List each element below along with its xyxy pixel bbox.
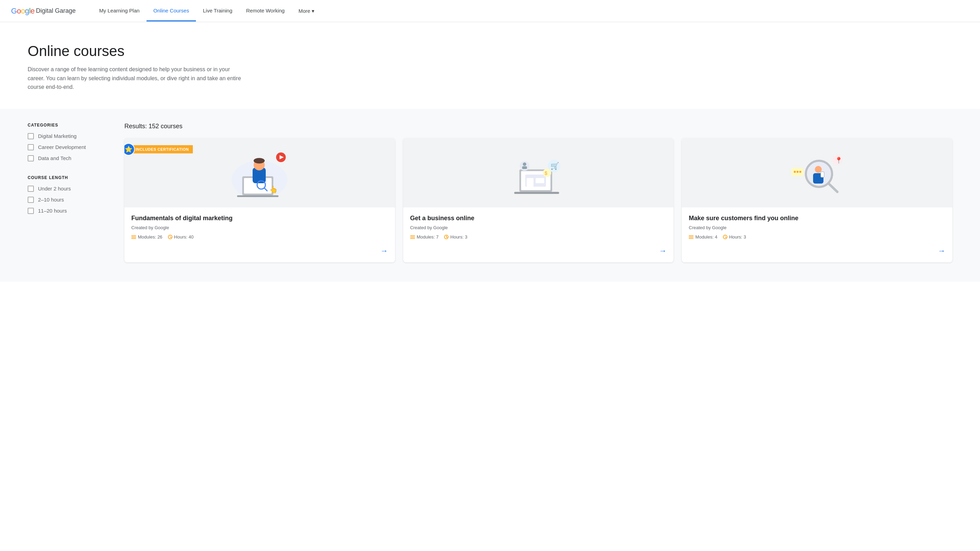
logo-link[interactable]: Google Digital Garage: [11, 6, 76, 16]
clock-icon-1: [444, 235, 449, 239]
course-card-2[interactable]: 📍 Make sure customers find you online Cr…: [682, 138, 952, 262]
svg-rect-3: [237, 195, 278, 197]
hours-label-0: Hours: 40: [174, 234, 194, 240]
nav-link-live-training[interactable]: Live Training: [196, 1, 239, 21]
results-count: Results: 152 courses: [124, 123, 952, 130]
svg-rect-15: [514, 192, 559, 194]
nav-item-my-learning-plan[interactable]: My Learning Plan: [92, 1, 146, 21]
filter-digital-marketing[interactable]: Digital Marketing: [28, 133, 103, 139]
nav-item-remote-working[interactable]: Remote Working: [239, 1, 291, 21]
hours-label-2: Hours: 3: [729, 234, 746, 240]
course-card-0[interactable]: ⭐ INCLUDES CERTIFICATION: [124, 138, 395, 262]
svg-point-37: [797, 171, 799, 173]
card-creator-0: Created by Google: [131, 225, 388, 230]
svg-rect-32: [821, 172, 824, 177]
svg-text:$: $: [545, 170, 547, 176]
card-meta-1: Modules: 7 Hours: 3: [410, 234, 667, 240]
hours-meta-1: Hours: 3: [444, 234, 467, 240]
card-creator-1: Created by Google: [410, 225, 667, 230]
nav-links: My Learning Plan Online Courses Live Tra…: [92, 1, 321, 21]
card-creator-2: Created by Google: [689, 225, 945, 230]
modules-label-1: Modules: 7: [417, 234, 439, 240]
digital-garage-logo: Digital Garage: [36, 7, 76, 14]
svg-point-38: [799, 171, 801, 173]
card-title-2: Make sure customers find you online: [689, 214, 945, 222]
svg-text:👆: 👆: [269, 185, 278, 194]
hours-label-1: Hours: 3: [450, 234, 467, 240]
hours-meta-0: Hours: 40: [168, 234, 194, 240]
checkbox-2-10-hours[interactable]: [28, 197, 34, 203]
filter-career-development[interactable]: Career Development: [28, 144, 103, 150]
course-illustration-2: 📍: [786, 147, 848, 199]
svg-point-36: [794, 171, 796, 173]
card-title-0: Fundamentals of digital marketing: [131, 214, 388, 222]
card-body-0: Fundamentals of digital marketing Create…: [124, 207, 395, 262]
modules-meta-1: Modules: 7: [410, 234, 439, 240]
filter-under-2-hours[interactable]: Under 2 hours: [28, 186, 103, 192]
filter-data-and-tech[interactable]: Data and Tech: [28, 155, 103, 161]
card-arrow-button-0[interactable]: →: [380, 247, 388, 255]
card-arrow-2: →: [689, 244, 945, 255]
card-meta-0: Modules: 26 Hours: 40: [131, 234, 388, 240]
results-area: Results: 152 courses ⭐ INCLUDES CERTIFIC…: [124, 123, 952, 268]
nav-link-my-learning-plan[interactable]: My Learning Plan: [92, 1, 146, 21]
label-2-10-hours: 2–10 hours: [38, 197, 64, 202]
checkbox-career-development[interactable]: [28, 144, 34, 150]
google-logo: Google: [11, 6, 35, 16]
nav-more-button[interactable]: More ▾: [292, 1, 321, 21]
checkbox-digital-marketing[interactable]: [28, 133, 34, 139]
hero-description: Discover a range of free learning conten…: [28, 65, 242, 92]
nav-item-live-training[interactable]: Live Training: [196, 1, 239, 21]
label-under-2-hours: Under 2 hours: [38, 186, 71, 191]
card-image-1: 🛒 $: [403, 138, 674, 207]
nav-link-online-courses[interactable]: Online Courses: [146, 1, 196, 21]
categories-section: CATEGORIES Digital Marketing Career Deve…: [28, 123, 103, 161]
course-card-1[interactable]: 🛒 $ Get a business online Created by Goo…: [403, 138, 674, 262]
svg-rect-17: [527, 178, 533, 187]
hours-meta-2: Hours: 3: [723, 234, 746, 240]
nav-item-online-courses[interactable]: Online Courses: [146, 1, 196, 21]
card-body-2: Make sure customers find you online Crea…: [682, 207, 952, 262]
course-illustration-0: 👆: [228, 147, 291, 199]
nav-item-more[interactable]: More ▾: [292, 1, 321, 21]
card-image-0: ⭐ INCLUDES CERTIFICATION: [124, 138, 395, 207]
filter-2-10-hours[interactable]: 2–10 hours: [28, 197, 103, 203]
checkbox-under-2-hours[interactable]: [28, 186, 34, 192]
card-title-1: Get a business online: [410, 214, 667, 222]
svg-point-24: [523, 162, 526, 166]
modules-icon-2: [689, 236, 694, 239]
label-career-development: Career Development: [38, 144, 86, 150]
certification-badge: ⭐ INCLUDES CERTIFICATION: [124, 145, 193, 153]
modules-label-2: Modules: 4: [695, 234, 718, 240]
modules-meta-0: Modules: 26: [131, 234, 162, 240]
modules-icon-0: [131, 236, 136, 239]
checkbox-11-20-hours[interactable]: [28, 208, 34, 214]
svg-rect-18: [536, 178, 544, 183]
card-image-2: 📍: [682, 138, 952, 207]
clock-icon-0: [168, 235, 172, 239]
modules-icon-1: [410, 236, 415, 239]
course-length-title: COURSE LENGTH: [28, 175, 103, 180]
card-arrow-0: →: [131, 244, 388, 255]
categories-title: CATEGORIES: [28, 123, 103, 127]
card-body-1: Get a business online Created by Google …: [403, 207, 674, 262]
nav-link-remote-working[interactable]: Remote Working: [239, 1, 291, 21]
card-arrow-button-1[interactable]: →: [659, 247, 667, 255]
label-11-20-hours: 11–20 hours: [38, 208, 67, 213]
page-title: Online courses: [28, 43, 952, 59]
main-content: CATEGORIES Digital Marketing Career Deve…: [0, 109, 980, 282]
sidebar: CATEGORIES Digital Marketing Career Deve…: [28, 123, 103, 268]
card-arrow-button-2[interactable]: →: [938, 247, 945, 255]
filter-11-20-hours[interactable]: 11–20 hours: [28, 208, 103, 214]
modules-meta-2: Modules: 4: [689, 234, 718, 240]
cert-star-icon: ⭐: [124, 143, 135, 156]
courses-grid: ⭐ INCLUDES CERTIFICATION: [124, 138, 952, 262]
clock-icon-2: [723, 235, 727, 239]
checkbox-data-and-tech[interactable]: [28, 155, 34, 161]
course-length-section: COURSE LENGTH Under 2 hours 2–10 hours 1…: [28, 175, 103, 214]
svg-point-30: [815, 166, 822, 173]
label-digital-marketing: Digital Marketing: [38, 133, 77, 139]
label-data-and-tech: Data and Tech: [38, 155, 71, 161]
card-arrow-1: →: [410, 244, 667, 255]
svg-text:🛒: 🛒: [550, 162, 559, 170]
